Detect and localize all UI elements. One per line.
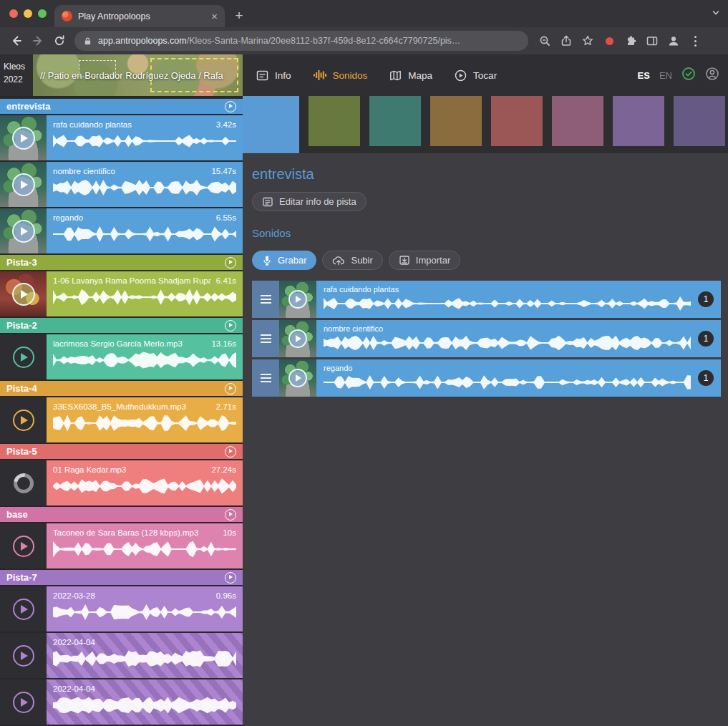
track-play-icon[interactable]	[225, 257, 236, 268]
edit-track-info-button[interactable]: Editar info de pista	[252, 192, 367, 211]
track-tile-5[interactable]	[491, 96, 543, 146]
sound-thumbnail[interactable]	[0, 586, 47, 631]
record-button[interactable]: Grabar	[252, 251, 316, 270]
play-circle-icon[interactable]	[13, 410, 34, 431]
track-tile-8[interactable]	[674, 96, 725, 146]
track-play-icon[interactable]	[225, 101, 236, 112]
tab-info[interactable]: Info	[256, 69, 291, 82]
new-tab-button[interactable]: +	[229, 6, 249, 26]
track-header[interactable]: entrevista	[0, 99, 243, 115]
drag-handle[interactable]	[252, 281, 279, 318]
track-play-icon[interactable]	[225, 320, 236, 331]
drag-handle[interactable]	[252, 320, 279, 357]
play-circle-icon[interactable]	[13, 599, 34, 620]
sound-thumbnail[interactable]	[0, 271, 47, 316]
browser-menu-icon[interactable]	[684, 30, 706, 52]
drag-handle[interactable]	[252, 359, 279, 397]
address-bar[interactable]: app.antropoloops.com/Kleos-Santa-Marina/…	[74, 31, 528, 51]
extensions-puzzle-icon[interactable]	[620, 30, 641, 52]
tab-sonidos[interactable]: Sonidos	[313, 69, 368, 82]
close-window-button[interactable]	[9, 9, 18, 18]
reload-button[interactable]	[49, 30, 70, 52]
side-panel-icon[interactable]	[641, 30, 663, 52]
play-overlay-icon[interactable]	[288, 290, 307, 309]
play-circle-icon[interactable]	[13, 645, 34, 667]
sound-item[interactable]: 2022-04-04	[0, 633, 243, 679]
sound-thumbnail[interactable]	[279, 281, 316, 318]
sound-item[interactable]: nombre cientifico 15.47s	[0, 162, 243, 208]
minimize-window-button[interactable]	[24, 9, 32, 18]
play-overlay-icon[interactable]	[288, 329, 307, 348]
track-header[interactable]: base	[0, 507, 243, 523]
sound-thumbnail[interactable]	[279, 359, 316, 397]
track-tile-7[interactable]	[613, 96, 664, 146]
track-play-icon[interactable]	[225, 509, 236, 521]
track-tile-2[interactable]	[309, 96, 360, 146]
recording-extension-icon[interactable]	[598, 30, 620, 52]
sync-check-icon[interactable]	[681, 67, 696, 84]
play-circle-icon[interactable]	[13, 347, 34, 368]
track-header[interactable]: Pista-3	[0, 255, 243, 271]
sound-thumbnail[interactable]	[0, 679, 47, 725]
lang-es-button[interactable]: ES	[638, 70, 650, 81]
fullscreen-window-button[interactable]	[38, 9, 47, 18]
track-tile-4[interactable]	[430, 96, 482, 146]
lang-en-button[interactable]: EN	[659, 70, 672, 81]
track-header[interactable]: Pista-7	[0, 570, 243, 586]
track-header[interactable]: Pista-4	[0, 381, 243, 397]
track-header[interactable]: Pista-5	[0, 444, 243, 460]
sound-item[interactable]: Taconeo de Sara Baras (128 kbps).mp3 10s	[0, 523, 243, 570]
sound-item[interactable]: 33ESX6038_B5_Muthedukkum.mp3 2.71s	[0, 397, 243, 444]
track-play-icon[interactable]	[225, 572, 236, 584]
sound-thumbnail[interactable]	[0, 523, 47, 568]
track-play-icon[interactable]	[225, 446, 236, 458]
sound-item[interactable]: 1-06 Lavanya Rama Poorna Shadjam Rupak..…	[0, 271, 243, 318]
track-play-icon[interactable]	[225, 383, 236, 395]
sound-thumbnail[interactable]	[0, 208, 47, 253]
play-overlay-icon[interactable]	[12, 173, 35, 196]
upload-button[interactable]: Subir	[322, 251, 382, 270]
sound-thumbnail[interactable]	[0, 633, 47, 678]
zoom-icon[interactable]	[534, 30, 555, 52]
play-overlay-icon[interactable]	[12, 283, 35, 306]
sound-item[interactable]: regando 6.55s	[0, 208, 243, 255]
tab-mapa[interactable]: Mapa	[389, 69, 432, 82]
back-button[interactable]	[6, 30, 27, 52]
sound-item[interactable]: 2022-03-28 0.96s	[0, 586, 243, 633]
play-overlay-icon[interactable]	[288, 369, 307, 387]
sound-item[interactable]: 01 Raga Kedar.mp3 27.24s	[0, 460, 243, 507]
panel-sound-row[interactable]: nombre cientifico 1	[252, 320, 721, 357]
project-cover-photo[interactable]: // Patio en Bordador Rodríguez Ojeda / R…	[33, 54, 243, 96]
sound-thumbnail[interactable]	[0, 162, 47, 207]
play-circle-icon[interactable]	[13, 536, 34, 557]
sound-thumbnail[interactable]	[0, 460, 47, 505]
sound-item[interactable]: lacrimosa Sergio García Merlo.mp3 13.16s	[0, 334, 243, 381]
track-header[interactable]: Pista-2	[0, 318, 243, 334]
track-tile-3[interactable]	[369, 96, 421, 146]
tab-close-icon[interactable]: ×	[211, 11, 218, 21]
bookmark-star-icon[interactable]	[577, 30, 598, 52]
account-icon[interactable]	[705, 67, 719, 84]
track-tile-entrevista[interactable]	[243, 96, 299, 153]
tab-search-chevron-icon[interactable]	[711, 8, 721, 21]
play-overlay-icon[interactable]	[12, 220, 35, 243]
panel-sound-row[interactable]: rafa cuidando plantas 1	[252, 281, 721, 318]
profile-avatar-icon[interactable]	[663, 30, 684, 52]
sound-thumbnail[interactable]	[0, 397, 47, 442]
brand-area[interactable]: Kleos 2022 // Patio en Bordador Rodrígue…	[0, 54, 243, 96]
play-overlay-icon[interactable]	[12, 127, 35, 150]
sound-thumbnail[interactable]	[279, 320, 316, 357]
sound-item[interactable]: rafa cuidando plantas 3.42s	[0, 115, 243, 162]
sound-item[interactable]: 2022-04-04	[0, 679, 243, 726]
forward-button[interactable]	[27, 30, 49, 52]
panel-sound-row[interactable]: regando 1	[252, 359, 721, 397]
play-circle-icon[interactable]	[13, 692, 34, 713]
share-icon[interactable]	[555, 30, 577, 52]
sound-thumbnail[interactable]	[0, 115, 47, 160]
browser-tab[interactable]: Play Antropoloops ×	[54, 5, 225, 27]
track-tile-6[interactable]	[552, 96, 603, 146]
sound-thumbnail[interactable]	[0, 334, 47, 379]
import-button[interactable]: Importar	[389, 251, 460, 270]
tab-tocar[interactable]: Tocar	[454, 69, 497, 82]
sound-info: 2022-03-28 0.96s	[47, 586, 243, 631]
